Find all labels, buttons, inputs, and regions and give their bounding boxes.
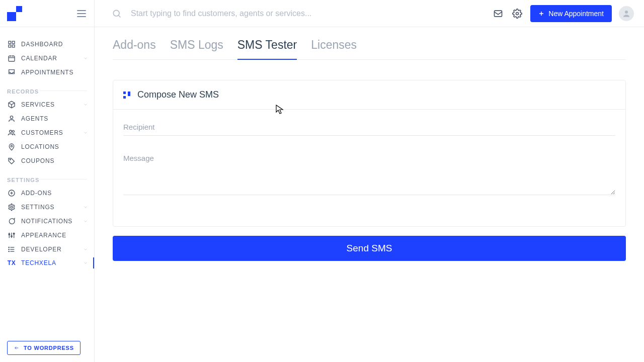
sidebar-item-label: APPOINTMENTS [21, 69, 73, 76]
tab-sms-tester[interactable]: SMS Tester [237, 38, 297, 60]
sidebar-item-label: CALENDAR [21, 55, 57, 62]
top-bar: New Appointment [0, 0, 644, 27]
new-appointment-label: New Appointment [548, 10, 604, 18]
svg-point-35 [9, 251, 9, 251]
svg-point-33 [9, 247, 9, 247]
chevron-down-icon [83, 102, 88, 107]
chevron-down-icon [83, 247, 88, 252]
sidebar-item-appointments[interactable]: APPOINTMENTS [0, 65, 94, 79]
pin-icon [7, 143, 16, 151]
users-icon [7, 129, 16, 137]
sidebar-item-label: ADD-ONS [21, 190, 52, 197]
sidebar-item-coupons[interactable]: COUPONS [0, 154, 94, 168]
card-header: Compose New SMS [113, 80, 625, 110]
sidebar-item-add-ons[interactable]: ADD-ONS [0, 186, 94, 200]
sidebar-item-agents[interactable]: AGENTS [0, 112, 94, 126]
chevron-down-icon [83, 205, 88, 210]
svg-point-0 [113, 10, 119, 16]
svg-point-3 [516, 12, 519, 15]
search-wrap [112, 9, 492, 19]
sidebar-item-label: SERVICES [21, 101, 55, 108]
svg-point-17 [12, 130, 14, 132]
sidebar: DASHBOARDCALENDARAPPOINTMENTS RECORDS SE… [0, 27, 95, 362]
sidebar-item-label: SETTINGS [21, 204, 54, 211]
sidebar-item-appearance[interactable]: APPEARANCE [0, 228, 94, 242]
sidebar-item-services[interactable]: SERVICES [0, 98, 94, 112]
sidebar-item-dashboard[interactable]: DASHBOARD [0, 37, 94, 51]
logo-area [0, 0, 95, 27]
sidebar-item-label: APPEARANCE [21, 232, 66, 239]
sidebar-item-label: LOCATIONS [21, 143, 59, 150]
plus-circle-icon [7, 189, 16, 197]
sidebar-item-label: TECHXELA [21, 259, 56, 266]
svg-line-1 [119, 15, 121, 17]
sliders-icon [7, 231, 16, 239]
avatar[interactable] [619, 6, 634, 21]
recipient-input[interactable] [123, 119, 615, 136]
back-label: TO WORDPRESS [24, 345, 74, 351]
svg-point-23 [11, 206, 13, 208]
tx-icon: TX [7, 259, 16, 266]
chevron-down-icon [83, 130, 88, 135]
sidebar-item-calendar[interactable]: CALENDAR [0, 51, 94, 65]
gear-icon[interactable] [511, 8, 523, 20]
tag-icon [7, 157, 16, 165]
inbox-icon [7, 68, 16, 76]
chevron-down-icon [83, 260, 88, 265]
back-to-wordpress-button[interactable]: TO WORDPRESS [7, 341, 80, 355]
sidebar-item-label: DASHBOARD [21, 41, 63, 48]
svg-point-16 [10, 130, 12, 133]
gear-icon [7, 203, 16, 211]
tabs: Add-onsSMS LogsSMS TesterLicenses [113, 27, 626, 60]
card-body [113, 110, 625, 226]
sidebar-item-label: DEVELOPER [21, 246, 62, 253]
menu-toggle-icon[interactable] [77, 10, 86, 17]
dashboard-icon [7, 40, 16, 48]
svg-point-34 [9, 249, 9, 249]
tab-add-ons[interactable]: Add-ons [113, 38, 156, 59]
inbox-icon[interactable] [492, 8, 504, 20]
sidebar-item-locations[interactable]: LOCATIONS [0, 140, 94, 154]
sidebar-item-customers[interactable]: CUSTOMERS [0, 126, 94, 140]
compose-icon [123, 92, 130, 99]
message-input[interactable] [123, 150, 615, 195]
search-icon [112, 9, 122, 19]
sidebar-item-label: NOTIFICATIONS [21, 218, 72, 225]
search-input[interactable] [131, 9, 492, 18]
svg-rect-8 [12, 41, 15, 44]
sidebar-item-settings[interactable]: SETTINGS [0, 200, 94, 214]
svg-point-6 [625, 11, 628, 14]
list-icon [7, 245, 16, 253]
sidebar-section-records: RECORDS [0, 79, 94, 98]
sidebar-item-techxela[interactable]: TXTECHXELA [0, 256, 94, 269]
svg-point-19 [10, 159, 11, 160]
svg-point-15 [10, 116, 13, 119]
svg-rect-10 [12, 45, 15, 47]
sidebar-item-label: COUPONS [21, 157, 54, 164]
app-logo[interactable] [7, 6, 22, 21]
chevron-down-icon [83, 56, 88, 61]
user-icon [7, 115, 16, 123]
tab-licenses[interactable]: Licenses [311, 38, 357, 59]
svg-rect-9 [9, 45, 11, 47]
svg-rect-2 [495, 11, 502, 17]
chevron-down-icon [83, 219, 88, 224]
sidebar-section-settings: SETTINGS [0, 168, 94, 186]
sidebar-item-developer[interactable]: DEVELOPER [0, 242, 94, 256]
sidebar-item-label: AGENTS [21, 115, 48, 122]
new-appointment-button[interactable]: New Appointment [530, 5, 612, 22]
svg-rect-7 [9, 41, 11, 44]
svg-rect-11 [9, 56, 15, 61]
send-sms-button[interactable]: Send SMS [113, 236, 626, 261]
svg-point-18 [11, 145, 12, 147]
compose-sms-card: Compose New SMS [113, 80, 626, 227]
topbar-main: New Appointment [95, 5, 644, 22]
main-content: Add-onsSMS LogsSMS TesterLicenses Compos… [95, 27, 644, 362]
topbar-actions: New Appointment [492, 5, 634, 22]
chat-icon [7, 217, 16, 225]
tab-sms-logs[interactable]: SMS Logs [170, 38, 223, 59]
sidebar-item-label: CUSTOMERS [21, 129, 63, 136]
cube-icon [7, 101, 16, 109]
sidebar-item-notifications[interactable]: NOTIFICATIONS [0, 214, 94, 228]
card-title: Compose New SMS [137, 89, 219, 100]
